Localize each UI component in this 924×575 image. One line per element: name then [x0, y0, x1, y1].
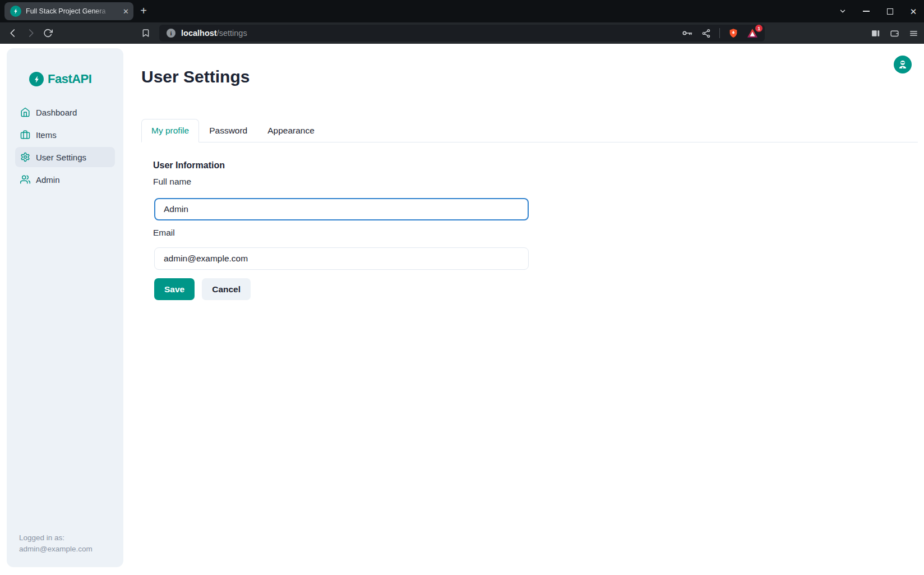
menu-icon[interactable] [909, 29, 918, 38]
bookmark-icon[interactable] [141, 29, 150, 38]
email-input[interactable] [154, 247, 529, 270]
sidebar: FastAPI Dashboard Items User Settings [7, 48, 123, 567]
window-chevron-icon[interactable] [838, 6, 848, 16]
rewards-badge: 1 [755, 25, 763, 32]
tab-appearance[interactable]: Appearance [257, 119, 325, 142]
reload-icon[interactable] [43, 29, 53, 38]
tab-my-profile[interactable]: My profile [141, 119, 199, 142]
key-icon[interactable] [682, 27, 693, 39]
settings-page: FastAPI Dashboard Items User Settings [0, 44, 924, 575]
brave-rewards-icon[interactable]: 1 [747, 28, 758, 38]
sidebar-nav: Dashboard Items User Settings Admin [15, 102, 115, 190]
full-name-label: Full name [153, 177, 191, 187]
tab-password[interactable]: Password [199, 119, 257, 142]
sidebar-item-items[interactable]: Items [15, 125, 115, 145]
url-bar[interactable]: i localhost/settings 1 [159, 25, 765, 42]
maximize-icon[interactable] [885, 6, 895, 16]
browser-tab[interactable]: Full Stack Project Genera ✕ [4, 2, 133, 20]
wallet-icon[interactable] [890, 29, 899, 38]
browser-toolbar: i localhost/settings 1 [0, 22, 924, 44]
sidebar-item-label: Admin [36, 175, 60, 185]
share-icon[interactable] [701, 29, 711, 38]
side-panel-icon[interactable] [871, 29, 880, 38]
gear-icon [20, 152, 30, 162]
save-button[interactable]: Save [154, 278, 195, 300]
url-text: localhost/settings [181, 29, 247, 38]
full-name-input[interactable] [154, 198, 529, 220]
logged-in-email: admin@example.com [19, 544, 93, 555]
toolbar-divider [719, 28, 720, 38]
sidebar-item-label: Dashboard [36, 108, 77, 117]
sidebar-item-label: User Settings [36, 153, 86, 162]
section-title: User Information [153, 160, 225, 171]
cancel-button[interactable]: Cancel [202, 278, 251, 300]
brave-shield-icon[interactable] [728, 27, 738, 39]
home-icon [20, 107, 30, 117]
minimize-icon[interactable] [861, 6, 871, 16]
fastapi-favicon-icon [10, 6, 21, 17]
tab-close-icon[interactable]: ✕ [123, 8, 129, 15]
form-actions: Save Cancel [154, 278, 251, 300]
fastapi-bolt-icon [29, 72, 44, 86]
settings-tabs: My profile Password Appearance [141, 119, 918, 142]
page-title: User Settings [141, 67, 250, 86]
tab-title: Full Stack Project Genera [26, 7, 113, 15]
fastapi-logo: FastAPI [29, 72, 115, 86]
email-label: Email [153, 228, 175, 238]
user-astronaut-icon [897, 59, 908, 70]
info-icon[interactable]: i [167, 29, 175, 38]
sidebar-item-user-settings[interactable]: User Settings [15, 147, 115, 167]
user-menu-button[interactable] [894, 56, 912, 73]
sidebar-item-admin[interactable]: Admin [15, 169, 115, 190]
logged-in-label: Logged in as: [19, 532, 93, 544]
close-icon[interactable]: ✕ [908, 6, 918, 16]
sidebar-item-label: Items [36, 130, 57, 140]
fastapi-logo-text: FastAPI [48, 72, 91, 86]
logged-in-footer: Logged in as: admin@example.com [19, 532, 93, 555]
browser-titlebar: Full Stack Project Genera ✕ + ✕ [0, 0, 924, 22]
new-tab-button[interactable]: + [137, 4, 150, 18]
briefcase-icon [20, 130, 30, 140]
sidebar-item-dashboard[interactable]: Dashboard [15, 102, 115, 122]
back-icon[interactable] [8, 28, 18, 38]
forward-icon[interactable] [26, 28, 36, 38]
users-icon [20, 174, 30, 185]
